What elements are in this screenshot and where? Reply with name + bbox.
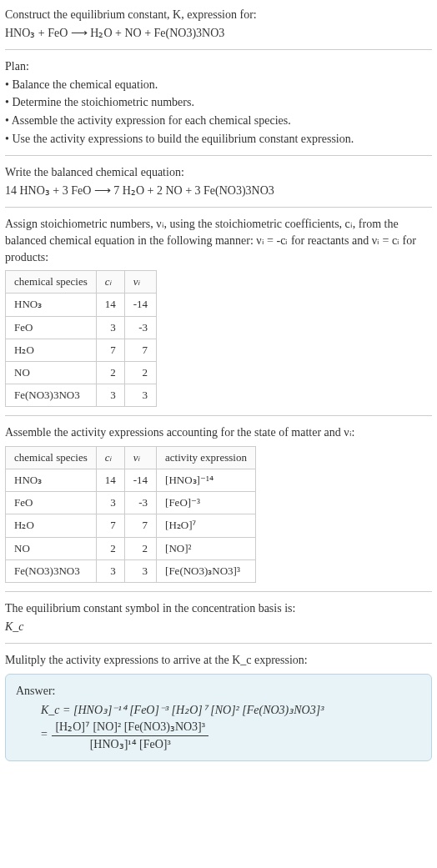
- balanced-label: Write the balanced chemical equation:: [5, 164, 432, 181]
- table-row: H₂O77[H₂O]⁷: [6, 514, 256, 537]
- plan-block: Plan: • Balance the chemical equation. •…: [5, 58, 432, 147]
- cell-ci: 7: [96, 514, 124, 537]
- col-ci: cᵢ: [96, 271, 124, 294]
- cell-species: H₂O: [6, 514, 97, 537]
- cell-vi: 3: [124, 559, 156, 582]
- cell-vi: 3: [124, 384, 156, 407]
- answer-fraction: [H₂O]⁷ [NO]² [Fe(NO3)₃NO3]³ [HNO₃]¹⁴ [Fe…: [52, 719, 208, 752]
- table-row: FeO3-3: [6, 316, 157, 339]
- cell-activity: [NO]²: [157, 537, 256, 559]
- table-header-row: chemical species cᵢ νᵢ: [6, 271, 157, 294]
- cell-ci: 14: [96, 469, 124, 492]
- divider: [5, 155, 432, 156]
- cell-vi: -14: [124, 469, 156, 492]
- cell-vi: 2: [124, 361, 156, 384]
- col-vi: νᵢ: [124, 271, 156, 294]
- eqsym-block: The equilibrium constant symbol in the c…: [5, 600, 432, 635]
- assemble-text: Assemble the activity expressions accoun…: [5, 424, 432, 441]
- plan-bullet-3: • Assemble the activity expression for e…: [5, 113, 432, 129]
- table-row: HNO₃14-14[HNO₃]⁻¹⁴: [6, 469, 256, 492]
- cell-ci: 3: [96, 384, 124, 407]
- balanced-block: Write the balanced chemical equation: 14…: [5, 164, 432, 198]
- cell-activity: [FeO]⁻³: [157, 492, 256, 514]
- table-row: Fe(NO3)3NO333: [6, 384, 157, 407]
- balanced-equation: 14 HNO₃ + 3 FeO ⟶ 7 H₂O + 2 NO + 3 Fe(NO…: [5, 183, 432, 199]
- cell-species: FeO: [6, 316, 97, 339]
- cell-ci: 3: [96, 492, 124, 514]
- answer-line2: = [H₂O]⁷ [NO]² [Fe(NO3)₃NO3]³ [HNO₃]¹⁴ […: [41, 719, 421, 752]
- multiply-block: Mulitply the activity expressions to arr…: [5, 652, 432, 669]
- table-row: Fe(NO3)3NO333[Fe(NO3)₃NO3]³: [6, 559, 256, 582]
- cell-vi: -3: [124, 492, 156, 514]
- cell-ci: 7: [96, 339, 124, 361]
- intro-line1: Construct the equilibrium constant, K, e…: [5, 7, 432, 23]
- answer-denominator: [HNO₃]¹⁴ [FeO]³: [52, 736, 208, 753]
- col-species: chemical species: [6, 446, 97, 469]
- cell-species: Fe(NO3)3NO3: [6, 384, 97, 407]
- table-row: NO22[NO]²: [6, 537, 256, 559]
- cell-species: NO: [6, 537, 97, 559]
- table-header-row: chemical species cᵢ νᵢ activity expressi…: [6, 446, 256, 469]
- answer-box: Answer: K_c = [HNO₃]⁻¹⁴ [FeO]⁻³ [H₂O]⁷ […: [5, 674, 432, 761]
- table-row: NO22: [6, 361, 157, 384]
- cell-vi: 7: [124, 514, 156, 537]
- col-vi: νᵢ: [124, 446, 156, 469]
- table-row: FeO3-3[FeO]⁻³: [6, 492, 256, 514]
- cell-ci: 3: [96, 316, 124, 339]
- assign-text: Assign stoichiometric numbers, νᵢ, using…: [5, 216, 432, 265]
- cell-activity: [HNO₃]⁻¹⁴: [157, 469, 256, 492]
- cell-species: FeO: [6, 492, 97, 514]
- stoich-table-1: chemical species cᵢ νᵢ HNO₃14-14 FeO3-3 …: [5, 270, 157, 407]
- col-species: chemical species: [6, 271, 97, 294]
- divider: [5, 415, 432, 416]
- assemble-block: Assemble the activity expressions accoun…: [5, 424, 432, 583]
- answer-label: Answer:: [16, 683, 421, 700]
- cell-vi: -3: [124, 316, 156, 339]
- stoich-table-2: chemical species cᵢ νᵢ activity expressi…: [5, 446, 256, 583]
- plan-bullet-1: • Balance the chemical equation.: [5, 77, 432, 93]
- intro-block: Construct the equilibrium constant, K, e…: [5, 7, 432, 41]
- cell-species: HNO₃: [6, 469, 97, 492]
- plan-title: Plan:: [5, 58, 432, 75]
- plan-bullet-2: • Determine the stoichiometric numbers.: [5, 94, 432, 111]
- col-ci: cᵢ: [96, 446, 124, 469]
- cell-activity: [Fe(NO3)₃NO3]³: [157, 559, 256, 582]
- cell-species: HNO₃: [6, 294, 97, 316]
- cell-species: H₂O: [6, 339, 97, 361]
- table-row: H₂O77: [6, 339, 157, 361]
- cell-ci: 14: [96, 294, 124, 316]
- divider: [5, 207, 432, 208]
- answer-eq-sign: =: [41, 728, 50, 740]
- cell-species: NO: [6, 361, 97, 384]
- answer-expr1: K_c = [HNO₃]⁻¹⁴ [FeO]⁻³ [H₂O]⁷ [NO]² [Fe…: [41, 704, 324, 716]
- cell-ci: 2: [96, 537, 124, 559]
- table-row: HNO₃14-14: [6, 294, 157, 316]
- intro-line2: HNO₃ + FeO ⟶ H₂O + NO + Fe(NO3)3NO3: [5, 25, 432, 42]
- divider: [5, 591, 432, 592]
- cell-vi: -14: [124, 294, 156, 316]
- cell-ci: 3: [96, 559, 124, 582]
- col-activity: activity expression: [157, 446, 256, 469]
- cell-vi: 7: [124, 339, 156, 361]
- answer-line1: K_c = [HNO₃]⁻¹⁴ [FeO]⁻³ [H₂O]⁷ [NO]² [Fe…: [41, 702, 421, 719]
- cell-activity: [H₂O]⁷: [157, 514, 256, 537]
- assign-block: Assign stoichiometric numbers, νᵢ, using…: [5, 216, 432, 407]
- answer-content: K_c = [HNO₃]⁻¹⁴ [FeO]⁻³ [H₂O]⁷ [NO]² [Fe…: [16, 702, 421, 752]
- multiply-text: Mulitply the activity expressions to arr…: [5, 652, 432, 669]
- plan-bullet-4: • Use the activity expressions to build …: [5, 131, 432, 148]
- eqsym-symbol: K_c: [5, 619, 432, 635]
- cell-ci: 2: [96, 361, 124, 384]
- cell-vi: 2: [124, 537, 156, 559]
- eqsym-text: The equilibrium constant symbol in the c…: [5, 600, 432, 617]
- divider: [5, 643, 432, 644]
- divider: [5, 49, 432, 50]
- cell-species: Fe(NO3)3NO3: [6, 559, 97, 582]
- answer-numerator: [H₂O]⁷ [NO]² [Fe(NO3)₃NO3]³: [52, 719, 208, 736]
